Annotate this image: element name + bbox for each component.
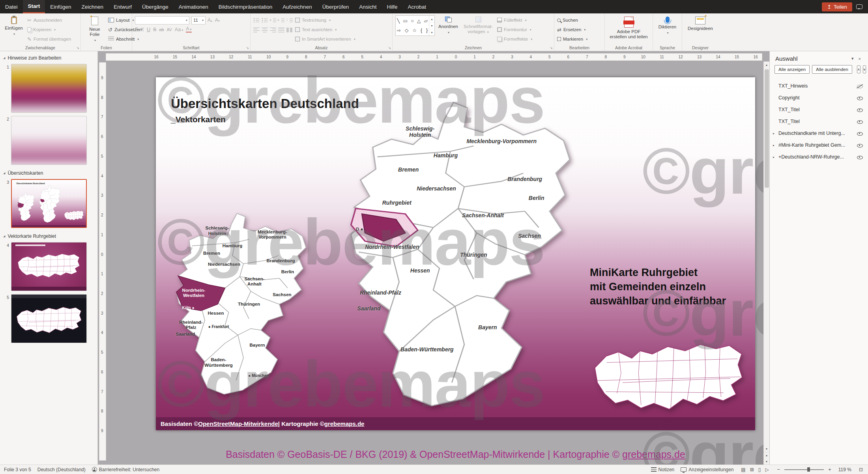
justify-icon[interactable] <box>278 27 284 32</box>
slide[interactable]: Übersichtskarten Deutschland _Vektorkart… <box>156 77 755 430</box>
find-button[interactable]: Suchen <box>557 16 587 24</box>
slide-thumbnail[interactable] <box>11 294 87 343</box>
previous-slide-button[interactable]: ▲ <box>764 452 770 458</box>
shape-glyph[interactable]: } <box>426 28 428 33</box>
horizontal-ruler[interactable]: 1615141312111098765432101234567891011121… <box>106 53 762 61</box>
mini-map-caption[interactable]: MiniKarte Ruhrgebiet mit Gemeinden einze… <box>590 266 767 308</box>
replace-button[interactable]: ⇄Ersetzen▾ <box>557 25 587 34</box>
align-right-icon[interactable] <box>270 27 276 32</box>
new-slide-button[interactable]: Neue Folie▾ <box>84 15 106 44</box>
eye-icon[interactable] <box>857 131 863 136</box>
decrease-indent-icon[interactable] <box>270 18 276 23</box>
line-spacing-icon[interactable] <box>286 18 293 23</box>
selection-item[interactable]: TXT_Titel <box>770 116 868 127</box>
dialog-launcher-icon[interactable]: ↘ <box>550 46 553 50</box>
design-ideas-button[interactable]: Designideen <box>687 15 714 32</box>
shape-fill-button[interactable]: Fülleffekt▾ <box>497 16 532 24</box>
grow-font-button[interactable]: A▴ <box>208 17 212 23</box>
slide-copyright-bar[interactable]: Basisdaten © OpenStreetMap-Mitwirkende |… <box>156 417 755 430</box>
section-collapse-icon[interactable]: ◢ <box>3 235 5 238</box>
vertical-ruler[interactable]: 9876543210123456789 <box>99 62 106 461</box>
quick-styles-button[interactable]: Schnellformat-vorlagen ▾ <box>462 15 495 35</box>
selection-item[interactable]: ▸+Deutschland-NRW-Ruhrge... <box>770 151 868 163</box>
tab-entwurf[interactable]: Entwurf <box>108 0 137 13</box>
slide-sorter-icon[interactable]: ⊞ <box>749 467 755 472</box>
shape-glyph[interactable]: ▱ <box>424 18 428 24</box>
selection-item[interactable]: TXT_Hinweis <box>770 80 868 92</box>
shape-glyph[interactable]: △ <box>417 18 421 24</box>
eye-icon[interactable] <box>857 95 863 101</box>
dialog-launcher-icon[interactable]: ↘ <box>388 46 391 50</box>
expand-chevron-icon[interactable]: ▸ <box>773 132 778 135</box>
scroll-down-icon[interactable]: ▼ <box>764 446 770 452</box>
dictate-button[interactable]: Diktieren▾ <box>657 15 679 36</box>
expand-chevron-icon[interactable]: ▸ <box>773 144 778 147</box>
cut-button[interactable]: ✂Ausschneiden <box>27 16 71 24</box>
bold-button[interactable]: F <box>135 27 138 32</box>
hide-all-button[interactable]: Alle ausblenden <box>812 65 852 74</box>
section-collapse-icon[interactable]: ◢ <box>3 172 5 175</box>
align-left-icon[interactable] <box>253 27 260 32</box>
smartart-button[interactable]: In SmartArt konvertieren▾ <box>295 35 355 43</box>
underline-button[interactable]: U <box>147 27 150 32</box>
arrange-button[interactable]: Anordnen▾ <box>437 15 459 35</box>
shrink-font-button[interactable]: A▾ <box>215 17 220 23</box>
zoom-level[interactable]: 119 % <box>838 467 851 472</box>
shape-glyph[interactable]: ☆ <box>412 28 417 33</box>
normal-view-icon[interactable]: ▤ <box>740 467 746 472</box>
close-icon[interactable]: × <box>856 56 863 61</box>
shape-glyph[interactable]: ▭ <box>403 18 408 24</box>
tab-animationen[interactable]: Animationen <box>174 0 213 13</box>
tab-ansicht[interactable]: Ansicht <box>354 0 382 13</box>
shape-glyph[interactable]: ╲ <box>397 18 400 24</box>
selection-item[interactable]: ▸#Mini-Karte Ruhrgebiet Gem... <box>770 139 868 151</box>
change-case-button[interactable]: Aa▾ <box>175 27 183 32</box>
reading-view-icon[interactable]: ▯ <box>757 467 762 472</box>
next-slide-button[interactable]: ▼ <box>764 458 770 465</box>
tab-zeichnen[interactable]: Zeichnen <box>77 0 109 13</box>
tab-aufzeichnen[interactable]: Aufzeichnen <box>277 0 317 13</box>
format-painter-button[interactable]: ✎Format übertragen <box>27 35 71 43</box>
font-size-combo[interactable]: 11▾ <box>191 16 206 24</box>
ruhrgebiet-mini-map[interactable] <box>592 330 746 414</box>
expand-chevron-icon[interactable]: ▸ <box>773 155 778 159</box>
gallery-scroll[interactable]: ▲▼▼ <box>429 16 434 35</box>
character-spacing-button[interactable]: AV <box>167 27 172 32</box>
strikethrough-button[interactable]: S <box>153 27 156 32</box>
tab-übergänge[interactable]: Übergänge <box>137 0 174 13</box>
notes-button[interactable]: Notizen <box>651 467 675 472</box>
comments-icon[interactable] <box>856 4 862 9</box>
move-up-button[interactable]: ∧ <box>857 65 861 73</box>
slide-thumbnail[interactable]: Übersichtskarten Deutschland <box>11 179 87 228</box>
dialog-launcher-icon[interactable]: ↘ <box>246 46 249 50</box>
chevron-down-icon[interactable]: ▾ <box>849 56 856 61</box>
eye-off-icon[interactable] <box>857 83 863 89</box>
slideshow-icon[interactable]: ▷ <box>764 467 770 472</box>
section-header[interactable]: ◢Hinweise zum Bearbeiten <box>0 51 97 62</box>
scroll-up-icon[interactable]: ▲ <box>764 62 770 68</box>
slide-thumbnail[interactable] <box>11 242 87 291</box>
language-selector[interactable]: Deutsch (Deutschland) <box>37 467 86 472</box>
columns-icon[interactable] <box>286 27 293 32</box>
shape-glyph[interactable]: ○ <box>411 18 413 24</box>
tab-bildschirmpräsentation[interactable]: Bildschirmpräsentation <box>213 0 278 13</box>
shape-glyph[interactable]: ⇨ <box>397 28 401 33</box>
tab-überprüfen[interactable]: Überprüfen <box>317 0 354 13</box>
vertical-scrollbar[interactable]: ▲ ▼ ▲ ▼ <box>763 62 769 465</box>
selection-item[interactable]: TXT_Titel <box>770 104 868 116</box>
section-header[interactable]: ◢Übersichtskarten <box>0 166 97 177</box>
section-collapse-icon[interactable]: ◢ <box>3 56 5 60</box>
bullet-list-icon[interactable] <box>253 18 260 23</box>
zoom-out-button[interactable]: − <box>776 467 781 472</box>
germany-map-small[interactable]: Schleswig-HolsteinMecklenburg-Vorpommern… <box>172 210 310 398</box>
create-pdf-button[interactable]: Adobe PDF erstellen und teilen <box>608 15 649 41</box>
tab-start[interactable]: Start <box>23 0 45 13</box>
dialog-launcher-icon[interactable]: ↘ <box>76 46 79 50</box>
copy-button[interactable]: Kopieren▾ <box>27 25 71 34</box>
italic-button[interactable]: K <box>141 27 144 32</box>
shape-glyph[interactable]: { <box>421 28 422 33</box>
slide-subtitle[interactable]: _Vektorkarten <box>171 115 226 124</box>
increase-indent-icon[interactable] <box>278 18 284 23</box>
germany-map-large[interactable]: Schleswig-HolsteinHamburgMecklenburg-Vor… <box>343 97 576 412</box>
zoom-slider-thumb[interactable] <box>807 467 810 472</box>
